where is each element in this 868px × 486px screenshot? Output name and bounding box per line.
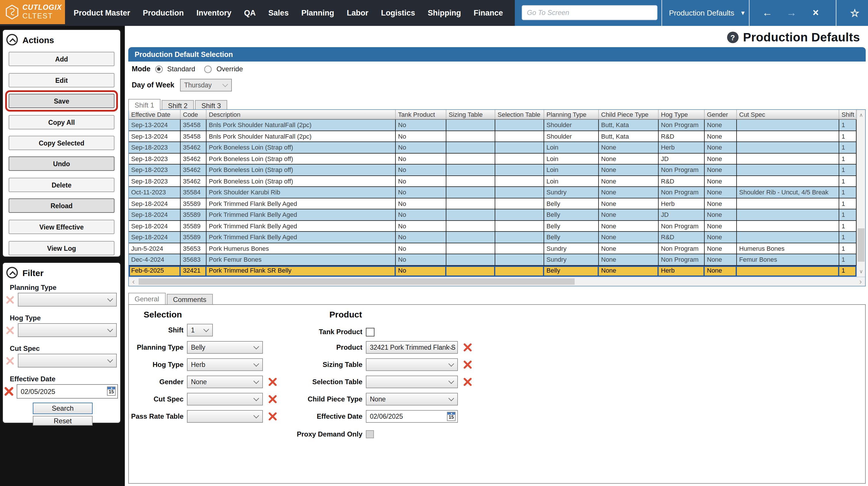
nav-item-logistics[interactable]: Logistics: [381, 9, 415, 17]
nav-item-product-master[interactable]: Product Master: [74, 9, 130, 17]
scroll-up-icon[interactable]: ∧: [857, 111, 865, 119]
close-icon[interactable]: ×: [807, 0, 824, 26]
calendar-icon[interactable]: 15: [107, 387, 116, 396]
go-to-screen-input[interactable]: [522, 5, 657, 20]
action-button-add[interactable]: Add: [9, 52, 115, 66]
table-row[interactable]: Sep-18-202335462Pork Boneless Loin (Stra…: [129, 153, 857, 164]
clear-field-icon[interactable]: [463, 377, 472, 387]
action-button-view-log[interactable]: View Log: [9, 241, 115, 255]
column-header-code[interactable]: Code: [181, 110, 207, 119]
table-row[interactable]: Dec-4-202435683Pork Femur BonesNoSundryN…: [129, 254, 857, 266]
scroll-down-icon[interactable]: ∨: [857, 268, 865, 275]
calendar-icon[interactable]: 15: [447, 412, 456, 421]
column-header-selection-table[interactable]: Selection Table: [495, 110, 544, 119]
table-row[interactable]: Sep-18-202435589Pork Trimmed Flank Belly…: [129, 232, 857, 243]
column-header-gender[interactable]: Gender: [705, 110, 737, 119]
back-arrow-icon[interactable]: ←: [759, 0, 776, 26]
day-of-week-dropdown[interactable]: Thursday: [180, 79, 232, 91]
filter-dropdown-cut-spec[interactable]: [18, 354, 117, 367]
filter-dropdown-hog-type[interactable]: [18, 323, 117, 337]
pass-rate-table-dropdown[interactable]: [187, 410, 263, 423]
table-row[interactable]: Sep-18-202435589Pork Trimmed Flank Belly…: [129, 198, 857, 209]
proxy-demand-only-checkbox[interactable]: [366, 430, 374, 438]
effective-date-filter-input[interactable]: [17, 384, 118, 399]
tab-shift-3[interactable]: Shift 3: [195, 100, 227, 111]
clear-filter-icon[interactable]: [5, 326, 15, 335]
column-header-sizing-table[interactable]: Sizing Table: [446, 110, 495, 119]
action-button-edit[interactable]: Edit: [9, 73, 115, 87]
nav-item-production[interactable]: Production: [143, 9, 184, 17]
child-piece-type-dropdown[interactable]: None: [366, 393, 458, 405]
scroll-left-icon[interactable]: ‹: [129, 277, 138, 286]
effective-date-input[interactable]: [366, 410, 458, 423]
search-button[interactable]: Search: [33, 403, 93, 414]
clear-field-icon[interactable]: [268, 395, 277, 404]
action-button-reload[interactable]: Reload: [9, 199, 115, 213]
tab-general[interactable]: General: [128, 293, 165, 304]
column-header-description[interactable]: Description: [207, 110, 396, 119]
table-row[interactable]: Sep-18-202335462Pork Boneless Loin (Stra…: [129, 176, 857, 187]
shift-dropdown[interactable]: 1: [187, 324, 213, 336]
cut-spec-dropdown[interactable]: [187, 393, 263, 405]
table-row[interactable]: Sep-18-202435589Pork Trimmed Flank Belly…: [129, 220, 857, 232]
horizontal-scrollbar[interactable]: ‹ ›: [129, 277, 865, 286]
radio-standard[interactable]: [155, 65, 162, 73]
scrollbar-thumb[interactable]: [858, 228, 865, 262]
clear-filter-icon[interactable]: [5, 356, 15, 365]
nav-item-inventory[interactable]: Inventory: [196, 9, 231, 17]
clear-filter-icon[interactable]: [5, 295, 15, 304]
collapse-chevron-icon[interactable]: [6, 34, 18, 45]
tab-comments[interactable]: Comments: [166, 294, 213, 304]
clear-field-icon[interactable]: [268, 412, 277, 421]
tab-shift-2[interactable]: Shift 2: [162, 100, 194, 111]
forward-arrow-icon[interactable]: →: [783, 0, 800, 26]
column-header-cut-spec[interactable]: Cut Spec: [737, 110, 839, 119]
table-row[interactable]: Oct-11-202335584Pork Shoulder Karubi Rib…: [129, 187, 857, 198]
column-header-effective-date[interactable]: Effective Date: [129, 110, 181, 119]
tab-shift-1[interactable]: Shift 1: [128, 99, 160, 111]
filter-dropdown-planning-type[interactable]: [18, 293, 117, 307]
scroll-right-icon[interactable]: ›: [856, 277, 865, 286]
nav-item-sales[interactable]: Sales: [268, 9, 289, 17]
action-button-save[interactable]: Save: [9, 94, 115, 108]
table-row[interactable]: Sep-13-202435458Bnls Pork Shoulder Natur…: [129, 131, 857, 142]
column-header-shift[interactable]: Shift: [839, 110, 857, 119]
clear-field-icon[interactable]: [463, 343, 472, 352]
collapse-chevron-icon[interactable]: [6, 267, 18, 278]
clear-field-icon[interactable]: [268, 377, 277, 387]
planning-type-dropdown[interactable]: Belly: [187, 341, 263, 354]
nav-item-shipping[interactable]: Shipping: [428, 9, 461, 17]
table-row[interactable]: Sep-13-202435458Bnls Pork Shoulder Natur…: [129, 120, 857, 131]
tank-product-checkbox[interactable]: [366, 328, 374, 336]
column-header-planning-type[interactable]: Planning Type: [544, 110, 599, 119]
screen-selector-dropdown[interactable]: Production Defaults ▼: [669, 0, 746, 26]
help-icon[interactable]: ?: [727, 32, 738, 43]
column-header-tank-product[interactable]: Tank Product: [396, 110, 446, 119]
product-dropdown[interactable]: 32421 Pork Trimmed Flank S: [366, 341, 458, 354]
nav-item-finance[interactable]: Finance: [474, 9, 503, 17]
action-button-copy-selected[interactable]: Copy Selected: [9, 136, 115, 150]
table-row[interactable]: Sep-18-202335462Pork Boneless Loin (Stra…: [129, 164, 857, 176]
vertical-scrollbar[interactable]: ∧ ∨: [857, 110, 865, 277]
clear-filter-icon[interactable]: [4, 387, 14, 396]
action-button-copy-all[interactable]: Copy All: [9, 115, 115, 129]
table-row[interactable]: Sep-18-202435589Pork Trimmed Flank Belly…: [129, 209, 857, 220]
radio-override[interactable]: [205, 65, 212, 73]
nav-item-labor[interactable]: Labor: [347, 9, 368, 17]
table-row[interactable]: Sep-18-202335462Pork Boneless Loin (Stra…: [129, 142, 857, 153]
clear-field-icon[interactable]: [463, 360, 472, 369]
star-favorite-icon[interactable]: ☆: [846, 0, 863, 26]
selection-table-dropdown[interactable]: [366, 375, 458, 388]
gender-dropdown[interactable]: None: [187, 375, 263, 388]
nav-item-qa[interactable]: QA: [244, 9, 256, 17]
nav-item-planning[interactable]: Planning: [302, 9, 334, 17]
table-row[interactable]: Jun-5-202435653Pork Humerus BonesNoSundr…: [129, 243, 857, 254]
sizing-table-dropdown[interactable]: [366, 358, 458, 371]
reset-button[interactable]: Reset: [33, 416, 93, 426]
scrollbar-thumb[interactable]: [138, 278, 575, 285]
action-button-delete[interactable]: Delete: [9, 178, 115, 192]
action-button-undo[interactable]: Undo: [9, 156, 115, 171]
action-button-view-effective[interactable]: View Effective: [9, 220, 115, 234]
hog-type-dropdown[interactable]: Herb: [187, 358, 263, 371]
column-header-hog-type[interactable]: Hog Type: [659, 110, 705, 119]
